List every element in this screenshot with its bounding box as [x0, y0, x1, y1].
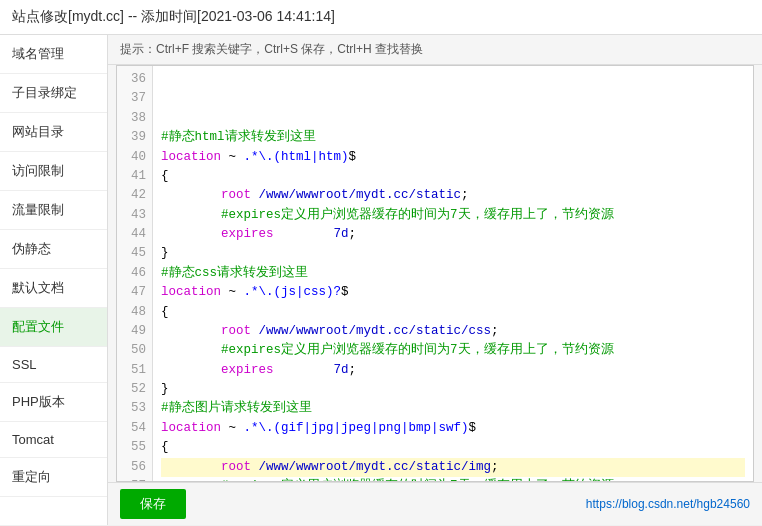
code-line-47: #expires定义用户浏览器缓存的时间为7天，缓存用上了，节约资源 — [161, 341, 745, 360]
line-numbers: 3637383940414243444546474849505152535455… — [117, 66, 153, 481]
code-line-46: root /www/wwwroot/mydt.cc/static/css; — [161, 322, 745, 341]
title-bar: 站点修改[mydt.cc] -- 添加时间[2021-03-06 14:41:1… — [0, 0, 762, 35]
code-line-50: #静态图片请求转发到这里 — [161, 399, 745, 418]
sidebar-item-9[interactable]: PHP版本 — [0, 383, 107, 422]
bottom-link[interactable]: https://blog.csdn.net/hgb24560 — [586, 497, 750, 511]
line-number-46: 46 — [117, 264, 152, 283]
line-number-53: 53 — [117, 399, 152, 418]
code-line-43: #静态css请求转发到这里 — [161, 264, 745, 283]
code-line-53: root /www/wwwroot/mydt.cc/static/img; — [161, 458, 745, 477]
line-number-49: 49 — [117, 322, 152, 341]
sidebar-item-11[interactable]: 重定向 — [0, 458, 107, 497]
line-number-42: 42 — [117, 186, 152, 205]
code-line-52: { — [161, 438, 745, 457]
line-number-37: 37 — [117, 89, 152, 108]
line-number-55: 55 — [117, 438, 152, 457]
sidebar-item-10[interactable]: Tomcat — [0, 422, 107, 458]
code-line-51: location ~ .*\.(gif|jpg|jpeg|png|bmp|swf… — [161, 419, 745, 438]
sidebar-item-3[interactable]: 访问限制 — [0, 152, 107, 191]
code-line-44: location ~ .*\.(js|css)?$ — [161, 283, 745, 302]
code-line-37: location ~ .*\.(html|htm)$ — [161, 148, 745, 167]
sidebar-item-0[interactable]: 域名管理 — [0, 35, 107, 74]
code-editor: 3637383940414243444546474849505152535455… — [116, 65, 754, 482]
code-line-36: #静态html请求转发到这里 — [161, 128, 745, 147]
line-number-38: 38 — [117, 109, 152, 128]
sidebar-item-6[interactable]: 默认文档 — [0, 269, 107, 308]
code-line-41: expires 7d; — [161, 225, 745, 244]
code-line-45: { — [161, 303, 745, 322]
sidebar: 域名管理子目录绑定网站目录访问限制流量限制伪静态默认文档配置文件SSLPHP版本… — [0, 35, 108, 525]
line-number-43: 43 — [117, 206, 152, 225]
code-line-38: { — [161, 167, 745, 186]
main-layout: 域名管理子目录绑定网站目录访问限制流量限制伪静态默认文档配置文件SSLPHP版本… — [0, 35, 762, 525]
code-line-39: root /www/wwwroot/mydt.cc/static; — [161, 186, 745, 205]
line-number-41: 41 — [117, 167, 152, 186]
line-number-47: 47 — [117, 283, 152, 302]
line-number-56: 56 — [117, 458, 152, 477]
line-number-57: 57 — [117, 477, 152, 481]
sidebar-item-1[interactable]: 子目录绑定 — [0, 74, 107, 113]
line-number-44: 44 — [117, 225, 152, 244]
sidebar-item-2[interactable]: 网站目录 — [0, 113, 107, 152]
page-title: 站点修改[mydt.cc] -- 添加时间[2021-03-06 14:41:1… — [12, 8, 335, 24]
sidebar-item-8[interactable]: SSL — [0, 347, 107, 383]
code-line-49: } — [161, 380, 745, 399]
code-line-54: #expires定义用户浏览器缓存的时间为7天，缓存用上了，节约资源 — [161, 477, 745, 481]
line-number-51: 51 — [117, 361, 152, 380]
code-line-48: expires 7d; — [161, 361, 745, 380]
bottom-bar: 保存 https://blog.csdn.net/hgb24560 — [108, 482, 762, 525]
line-number-54: 54 — [117, 419, 152, 438]
line-number-48: 48 — [117, 303, 152, 322]
save-button[interactable]: 保存 — [120, 489, 186, 519]
hint-text: 提示：Ctrl+F 搜索关键字，Ctrl+S 保存，Ctrl+H 查找替换 — [120, 42, 423, 56]
hint-bar: 提示：Ctrl+F 搜索关键字，Ctrl+S 保存，Ctrl+H 查找替换 — [108, 35, 762, 65]
code-lines[interactable]: 3637383940414243444546474849505152535455… — [117, 66, 753, 481]
sidebar-item-5[interactable]: 伪静态 — [0, 230, 107, 269]
line-number-45: 45 — [117, 244, 152, 263]
line-number-39: 39 — [117, 128, 152, 147]
line-number-50: 50 — [117, 341, 152, 360]
sidebar-item-7[interactable]: 配置文件 — [0, 308, 107, 347]
sidebar-item-4[interactable]: 流量限制 — [0, 191, 107, 230]
code-line-42: } — [161, 244, 745, 263]
code-content[interactable]: #静态html请求转发到这里location ~ .*\.(html|htm)$… — [153, 66, 753, 481]
code-line-40: #expires定义用户浏览器缓存的时间为7天，缓存用上了，节约资源 — [161, 206, 745, 225]
line-number-36: 36 — [117, 70, 152, 89]
line-number-40: 40 — [117, 148, 152, 167]
content-area: 提示：Ctrl+F 搜索关键字，Ctrl+S 保存，Ctrl+H 查找替换 36… — [108, 35, 762, 525]
line-number-52: 52 — [117, 380, 152, 399]
editor-wrapper: 3637383940414243444546474849505152535455… — [108, 65, 762, 482]
